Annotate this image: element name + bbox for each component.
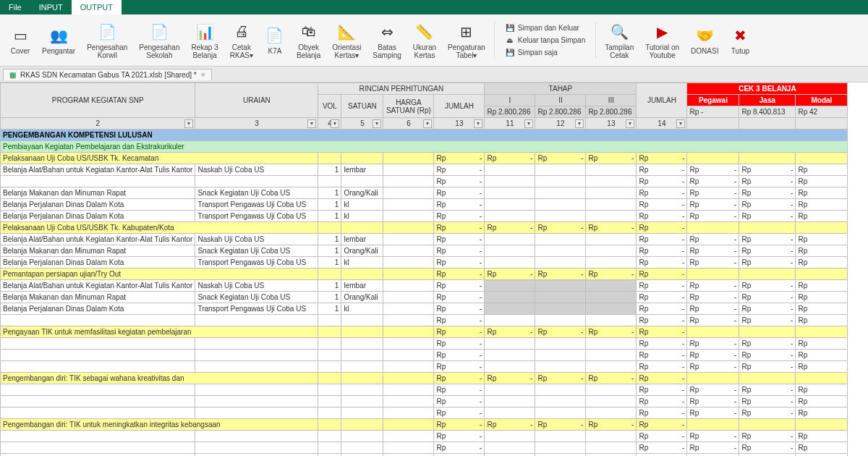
- table-row[interactable]: RpRpRpRpRp: [1, 408, 848, 419]
- table-row[interactable]: Pelaksanaan Uji Coba US/USBK Tk. Kecamat…: [1, 153, 848, 164]
- ribbon-icon: 📊: [195, 22, 215, 42]
- filter-col-1[interactable]: 3: [195, 118, 318, 130]
- menu-tabs: File INPUT OUTPUT: [0, 0, 868, 14]
- table-row[interactable]: Pengembangan diri: TIK sebagai wahana kr…: [1, 373, 848, 384]
- table-row[interactable]: Belanja Perjalanan Dinas Dalam KotaTrans…: [1, 257, 848, 269]
- excel-icon: ▦: [9, 71, 16, 79]
- tab-file[interactable]: File: [0, 0, 30, 14]
- table-row[interactable]: Belanja Perjalanan Dinas Dalam KotaTrans…: [1, 211, 848, 222]
- table-row[interactable]: Belanja Alat/Bahan untuk Kegiatan Kantor…: [1, 234, 848, 245]
- filter-col-8[interactable]: 13: [586, 118, 637, 130]
- table-row[interactable]: Belanja Alat/Bahan untuk Kegiatan Kantor…: [1, 164, 848, 176]
- ribbon-icon: 🔍: [609, 22, 629, 42]
- table-row[interactable]: Pemantapan persiapan ujian/Try OutRpRpRp…: [1, 269, 848, 280]
- ribbon-icon: 🛍: [299, 22, 319, 42]
- ribbon-icon: 🤝: [694, 25, 715, 46]
- table-row[interactable]: RpRpRpRpRp: [1, 396, 848, 408]
- hdr-jumlah2: JUMLAH: [637, 83, 687, 118]
- hdr-tahap: TAHAP: [485, 83, 637, 95]
- filter-col-10[interactable]: [687, 118, 739, 130]
- filter-col-2[interactable]: 4: [318, 118, 341, 130]
- table-row[interactable]: Belanja Perjalanan Dinas Dalam KotaTrans…: [1, 303, 848, 315]
- worksheet[interactable]: PROGRAM KEGIATAN SNP URAIAN RINCIAN PERH…: [0, 83, 868, 456]
- table-row[interactable]: Belanja Makanan dan Minuman RapatSnack K…: [1, 245, 848, 257]
- hdr-t1: I: [485, 95, 535, 106]
- workbook-name: RKAS SDN Kecamatan Gabus TA 2021.xlsb [S…: [20, 71, 197, 79]
- ribbon-icon: 📄: [265, 25, 285, 46]
- table-row[interactable]: RpRpRpRpRp: [1, 338, 848, 350]
- table-row[interactable]: Pengembangan diri: TIK untuk meningkatka…: [1, 419, 848, 431]
- ribbon-icon: 📄: [149, 22, 169, 42]
- ribbon-pengesahan[interactable]: 📄PengesahanKorwil: [81, 20, 133, 61]
- hdr-t2: II: [535, 95, 586, 106]
- tab-output[interactable]: OUTPUT: [72, 0, 122, 14]
- rp-modal: Rp 42: [796, 106, 848, 118]
- filter-col-4[interactable]: 6: [383, 118, 434, 130]
- table-row[interactable]: Pelaksanaan Uji Coba US/USBK Tk. Kabupat…: [1, 222, 848, 234]
- table-row[interactable]: RpRpRpRpRp: [1, 431, 848, 442]
- ribbon: ▭Cover👥Pengantar📄PengesahanKorwil📄Penges…: [0, 14, 868, 67]
- ribbon-batas[interactable]: ⇔BatasSamping: [367, 20, 407, 61]
- ribbon-obyek[interactable]: 🛍ObyekBelanja: [291, 20, 326, 61]
- ribbon-donasi[interactable]: 🤝DONASI: [685, 20, 724, 61]
- filter-col-12[interactable]: [796, 118, 848, 130]
- ribbon-cetak[interactable]: 🖨CetakRKAS▾: [224, 20, 259, 61]
- ribbon-icon: 👥: [48, 25, 69, 46]
- table-row[interactable]: Belanja Alat/Bahan untuk Kegiatan Kantor…: [1, 280, 848, 292]
- hdr-program: PROGRAM KEGIATAN SNP: [1, 83, 195, 118]
- table-row[interactable]: RpRpRpRpRp: [1, 350, 848, 361]
- close-workbook-icon[interactable]: ×: [201, 71, 205, 79]
- ribbon-tutup[interactable]: ✖Tutup: [724, 20, 756, 61]
- ribbon-orientasi[interactable]: 📐OrientasiKertas▾: [326, 20, 367, 61]
- ribbon-icon: 📏: [414, 22, 435, 42]
- rp-t1: Rp 2.800.286: [485, 106, 535, 118]
- table-row[interactable]: Belanja Perjalanan Dinas Dalam KotaTrans…: [1, 199, 848, 211]
- ribbon-icon: 📄: [97, 22, 117, 42]
- ribbon-icon: ▭: [10, 25, 30, 46]
- ribbon-pengantar[interactable]: 👥Pengantar: [36, 20, 81, 61]
- table-row[interactable]: RpRpRpRpRp: [1, 315, 848, 326]
- ribbon-rekap[interactable]: 📊Rekap 3Belanja: [186, 20, 224, 61]
- ribbon-pengesahan[interactable]: 📄PengesahanSekolah: [133, 20, 185, 61]
- hdr-pegawai: Pegawai: [687, 95, 739, 106]
- save-icon: ⏏: [505, 35, 515, 46]
- table-row[interactable]: PENGEMBANGAN KOMPETENSI LULUSAN: [1, 130, 848, 141]
- save-icon: 💾: [505, 23, 515, 33]
- ribbon-mini-1[interactable]: ⏏Keluar tanpa Simpan: [503, 35, 587, 46]
- ribbon-cover[interactable]: ▭Cover: [4, 20, 36, 61]
- table-row[interactable]: Pengayaan TIK untuk memfasilitasi kegiat…: [1, 326, 848, 338]
- workbook-tab[interactable]: ▦ RKAS SDN Kecamatan Gabus TA 2021.xlsb …: [3, 69, 212, 80]
- table-row[interactable]: RpRpRpRpRp: [1, 442, 848, 454]
- hdr-cek: CEK 3 BELANJA: [687, 83, 848, 95]
- table-row[interactable]: Belanja Makanan dan Minuman RapatSnack K…: [1, 292, 848, 303]
- hdr-modal: Modal: [796, 95, 848, 106]
- filter-col-0[interactable]: 2: [1, 118, 195, 130]
- table-row[interactable]: RpRpRpRpRp: [1, 384, 848, 396]
- filter-col-3[interactable]: 5: [341, 118, 383, 130]
- ribbon-ka[interactable]: 📄K7A: [259, 20, 291, 61]
- ribbon-pengaturan[interactable]: ⊞PengaturanTabel▾: [442, 20, 491, 61]
- ribbon-tampilan[interactable]: 🔍TampilanCetak: [599, 20, 639, 61]
- tab-input[interactable]: INPUT: [30, 0, 72, 14]
- filter-col-6[interactable]: 11: [485, 118, 535, 130]
- table-row[interactable]: RpRpRpRpRp: [1, 361, 848, 373]
- filter-col-11[interactable]: [739, 118, 796, 130]
- table-row[interactable]: RpRpRpRpRp: [1, 176, 848, 187]
- table-row[interactable]: Belanja Makanan dan Minuman RapatSnack K…: [1, 187, 848, 199]
- table-row[interactable]: RpRpRpRpRp: [1, 454, 848, 457]
- ribbon-icon: ⊞: [456, 22, 477, 42]
- hdr-uraian: URAIAN: [195, 83, 318, 118]
- filter-col-7[interactable]: 12: [535, 118, 586, 130]
- ribbon-mini-2[interactable]: 💾Simpan saja: [503, 47, 587, 59]
- hdr-harga: HARGA SATUAN (Rp): [383, 95, 434, 118]
- rp-t2: Rp 2.800.286: [535, 106, 586, 118]
- filter-col-9[interactable]: 14: [637, 118, 687, 130]
- ribbon-mini-0[interactable]: 💾Simpan dan Keluar: [503, 22, 587, 34]
- ribbon-ukuran[interactable]: 📏UkuranKertas: [407, 20, 442, 61]
- ribbon-icon: ▶: [652, 22, 673, 42]
- rp-jasa: Rp 8.400.813: [739, 106, 796, 118]
- filter-col-5[interactable]: 13: [434, 118, 485, 130]
- ribbon-tutorialon[interactable]: ▶Tutorial onYoutube: [639, 20, 685, 61]
- table-row[interactable]: Pembiayaan Kegiatan Pembelajaran dan Eks…: [1, 141, 848, 153]
- rp-t3: Rp 2.800.286: [586, 106, 637, 118]
